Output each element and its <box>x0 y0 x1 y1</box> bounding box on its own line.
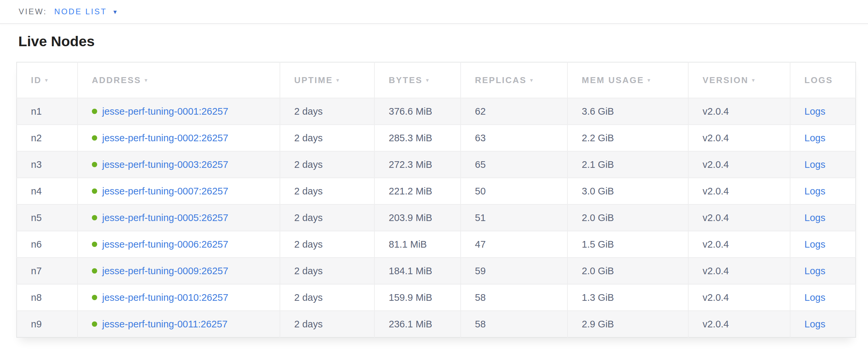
node-uptime-cell: 2 days <box>280 257 374 284</box>
node-logs-cell: Logs <box>790 178 856 204</box>
node-bytes-cell: 81.1 MiB <box>374 231 461 257</box>
node-replicas-cell: 62 <box>461 98 567 125</box>
node-address-link[interactable]: jesse-perf-tuning-0006:26257 <box>102 239 228 250</box>
node-address-cell: jesse-perf-tuning-0001:26257 <box>78 98 280 125</box>
node-version-cell: v2.0.4 <box>688 98 790 125</box>
column-header-address[interactable]: ADDRESS▾ <box>78 62 280 98</box>
node-mem-usage-cell: 1.5 GiB <box>567 231 688 257</box>
column-header-bytes[interactable]: BYTES▾ <box>374 62 461 98</box>
node-bytes-cell: 203.9 MiB <box>374 204 461 231</box>
node-address-link[interactable]: jesse-perf-tuning-0010:26257 <box>102 292 228 303</box>
node-logs-cell: Logs <box>790 98 856 125</box>
node-address-cell: jesse-perf-tuning-0010:26257 <box>78 284 280 311</box>
column-header-id[interactable]: ID▾ <box>17 62 78 98</box>
node-bytes-cell: 221.2 MiB <box>374 178 461 204</box>
node-bytes-cell: 272.3 MiB <box>374 151 461 178</box>
node-live-status-icon <box>92 242 97 247</box>
node-version-cell: v2.0.4 <box>688 257 790 284</box>
node-id-cell: n5 <box>17 204 78 231</box>
node-replicas-cell: 65 <box>461 151 567 178</box>
node-live-status-icon <box>92 109 97 114</box>
node-replicas-cell: 59 <box>461 257 567 284</box>
page-title: Live Nodes <box>18 33 868 50</box>
logs-link[interactable]: Logs <box>804 106 826 117</box>
node-version-cell: v2.0.4 <box>688 151 790 178</box>
logs-link[interactable]: Logs <box>804 133 826 143</box>
node-id-cell: n8 <box>17 284 78 311</box>
node-live-status-icon <box>92 188 97 194</box>
node-address-cell: jesse-perf-tuning-0005:26257 <box>78 204 280 231</box>
node-logs-cell: Logs <box>790 204 856 231</box>
table-row: n1 jesse-perf-tuning-0001:26257 2 days 3… <box>17 98 856 125</box>
logs-link[interactable]: Logs <box>804 212 826 223</box>
node-uptime-cell: 2 days <box>280 231 374 257</box>
node-address-link[interactable]: jesse-perf-tuning-0005:26257 <box>102 212 228 223</box>
node-version-cell: v2.0.4 <box>688 311 790 337</box>
node-address-link[interactable]: jesse-perf-tuning-0001:26257 <box>102 106 228 117</box>
logs-link[interactable]: Logs <box>804 292 826 303</box>
node-version-cell: v2.0.4 <box>688 125 790 151</box>
node-version-cell: v2.0.4 <box>688 231 790 257</box>
node-uptime-cell: 2 days <box>280 98 374 125</box>
table-row: n8 jesse-perf-tuning-0010:26257 2 days 1… <box>17 284 856 311</box>
logs-link[interactable]: Logs <box>804 319 826 329</box>
node-logs-cell: Logs <box>790 284 856 311</box>
table-row: n4 jesse-perf-tuning-0007:26257 2 days 2… <box>17 178 856 204</box>
sort-arrow-icon: ▾ <box>145 77 149 84</box>
chevron-down-icon: ▼ <box>112 9 118 15</box>
table-row: n3 jesse-perf-tuning-0003:26257 2 days 2… <box>17 151 856 178</box>
node-mem-usage-cell: 3.0 GiB <box>567 178 688 204</box>
table-row: n7 jesse-perf-tuning-0009:26257 2 days 1… <box>17 257 856 284</box>
sort-arrow-icon: ▾ <box>647 77 651 84</box>
sort-arrow-icon: ▾ <box>45 77 49 84</box>
node-id-cell: n1 <box>17 98 78 125</box>
node-live-status-icon <box>92 268 97 274</box>
node-uptime-cell: 2 days <box>280 204 374 231</box>
node-version-cell: v2.0.4 <box>688 204 790 231</box>
node-uptime-cell: 2 days <box>280 178 374 204</box>
node-id-cell: n4 <box>17 178 78 204</box>
column-header-version[interactable]: VERSION▾ <box>688 62 790 98</box>
column-header-uptime[interactable]: UPTIME▾ <box>280 62 374 98</box>
live-nodes-table: ID▾ ADDRESS▾ UPTIME▾ BYTES▾ REPLICAS▾ ME… <box>16 62 855 338</box>
node-address-cell: jesse-perf-tuning-0011:26257 <box>78 311 280 337</box>
node-bytes-cell: 285.3 MiB <box>374 125 461 151</box>
node-address-link[interactable]: jesse-perf-tuning-0007:26257 <box>102 186 228 197</box>
node-live-status-icon <box>92 162 97 167</box>
node-address-cell: jesse-perf-tuning-0006:26257 <box>78 231 280 257</box>
node-replicas-cell: 63 <box>461 125 567 151</box>
node-mem-usage-cell: 1.3 GiB <box>567 284 688 311</box>
sort-arrow-icon: ▾ <box>336 77 340 84</box>
node-address-cell: jesse-perf-tuning-0007:26257 <box>78 178 280 204</box>
sort-arrow-icon: ▾ <box>752 77 756 84</box>
node-address-link[interactable]: jesse-perf-tuning-0003:26257 <box>102 159 228 170</box>
node-address-link[interactable]: jesse-perf-tuning-0011:26257 <box>102 319 228 329</box>
node-logs-cell: Logs <box>790 311 856 337</box>
node-replicas-cell: 51 <box>461 204 567 231</box>
node-list-dropdown-value: NODE LIST <box>54 7 107 16</box>
node-version-cell: v2.0.4 <box>688 284 790 311</box>
node-uptime-cell: 2 days <box>280 125 374 151</box>
node-bytes-cell: 159.9 MiB <box>374 284 461 311</box>
node-mem-usage-cell: 3.6 GiB <box>567 98 688 125</box>
node-mem-usage-cell: 2.0 GiB <box>567 204 688 231</box>
column-header-mem-usage[interactable]: MEM USAGE▾ <box>567 62 688 98</box>
logs-link[interactable]: Logs <box>804 159 826 170</box>
table-header-row: ID▾ ADDRESS▾ UPTIME▾ BYTES▾ REPLICAS▾ ME… <box>17 62 856 98</box>
logs-link[interactable]: Logs <box>804 239 826 250</box>
logs-link[interactable]: Logs <box>804 266 826 276</box>
node-bytes-cell: 376.6 MiB <box>374 98 461 125</box>
node-mem-usage-cell: 2.9 GiB <box>567 311 688 337</box>
column-header-replicas[interactable]: REPLICAS▾ <box>461 62 567 98</box>
node-live-status-icon <box>92 295 97 300</box>
node-address-link[interactable]: jesse-perf-tuning-0009:26257 <box>102 266 228 276</box>
node-live-status-icon <box>92 135 97 141</box>
logs-link[interactable]: Logs <box>804 186 826 197</box>
node-uptime-cell: 2 days <box>280 284 374 311</box>
node-replicas-cell: 47 <box>461 231 567 257</box>
node-id-cell: n3 <box>17 151 78 178</box>
node-id-cell: n9 <box>17 311 78 337</box>
node-replicas-cell: 58 <box>461 311 567 337</box>
node-list-dropdown[interactable]: NODE LIST ▼ <box>54 7 118 16</box>
node-address-link[interactable]: jesse-perf-tuning-0002:26257 <box>102 133 228 143</box>
